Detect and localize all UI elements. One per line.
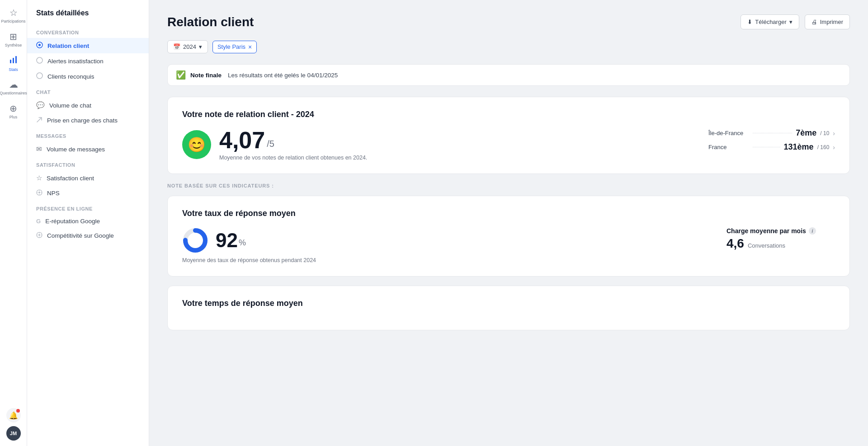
plus-label: Plus — [9, 115, 18, 120]
score-card: Votre note de relation client - 2024 😊 4… — [167, 97, 850, 174]
response-card-title: Votre taux de réponse moyen — [182, 209, 835, 218]
sidebar-item-prise-charge[interactable]: Prise en charge des chats — [27, 113, 149, 128]
satisfaction-client-label: Satisfaction client — [47, 175, 94, 182]
synthese-icon: ⊞ — [9, 31, 17, 42]
sidebar-item-satisfaction-client[interactable]: ☆ Satisfaction client — [27, 170, 149, 186]
rank-total-idf: / 10 — [820, 130, 829, 136]
donut-chart — [182, 227, 208, 254]
print-button[interactable]: 🖨 Imprimer — [805, 14, 850, 29]
rank-row-france: France 131ème / 160 › — [708, 142, 835, 152]
sidebar-section-messages: Messages — [27, 128, 149, 141]
note-bar: ✅ Note finale Les résultats ont été gelé… — [167, 64, 850, 86]
style-paris-tag[interactable]: Style Paris × — [212, 41, 257, 53]
score-right: Île-de-France 7ème / 10 › France 131ème … — [708, 128, 835, 152]
rank-arrow-france[interactable]: › — [833, 144, 835, 151]
svg-point-6 — [37, 73, 42, 79]
icon-bar-item-plus[interactable]: ⊕ Plus — [2, 100, 25, 122]
icon-bar-item-synthese[interactable]: ⊞ Synthèse — [2, 28, 25, 51]
sidebar-item-ereputation[interactable]: G E-réputation Google — [27, 214, 149, 228]
charge-value-row: 4,6 Conversations — [726, 236, 835, 251]
sidebar-item-nps[interactable]: NPS — [27, 186, 149, 201]
sidebar-item-volume-chat[interactable]: 💬 Volume de chat — [27, 98, 149, 113]
svg-point-14 — [38, 234, 40, 236]
tag-close-icon[interactable]: × — [248, 43, 252, 51]
rank-value-idf: 7ème — [796, 128, 816, 138]
score-number: 4,07 — [219, 128, 265, 152]
icon-bar-item-participations[interactable]: ☆ Participations — [2, 5, 25, 27]
sidebar-item-alertes[interactable]: Alertes insatisfaction — [27, 53, 149, 69]
participations-label: Participations — [1, 19, 25, 24]
sidebar-section-presence: Présence en ligne — [27, 201, 149, 214]
alertes-icon — [36, 57, 43, 65]
svg-point-4 — [38, 44, 41, 46]
participations-icon: ☆ — [9, 7, 18, 18]
satisfaction-client-icon: ☆ — [36, 174, 42, 182]
synthese-label: Synthèse — [5, 43, 22, 48]
icon-bar-item-questionnaires[interactable]: ☁ Questionnaires — [2, 76, 25, 99]
response-percent: 92 — [216, 230, 238, 250]
note-bar-label: Note finale — [190, 72, 222, 79]
score-left: 😊 4,07 /5 Moyenne de vos notes de relati… — [182, 128, 694, 161]
metric-row: 92 % Moyenne des taux de réponse obtenus… — [182, 227, 835, 263]
score-number-wrapper: 4,07 /5 Moyenne de vos notes de relation… — [219, 128, 367, 161]
volume-messages-icon: ✉ — [36, 145, 42, 153]
sidebar-item-clients[interactable]: Clients reconquis — [27, 69, 149, 84]
metric-value-row: 92 % — [182, 227, 712, 254]
notification-icon[interactable]: 🔔 — [6, 408, 21, 423]
sidebar-item-relation-client[interactable]: Relation client — [27, 38, 149, 53]
download-icon: ⬇ — [747, 19, 752, 25]
prise-charge-label: Prise en charge des chats — [47, 117, 118, 124]
main-content: Relation client ⬇ Télécharger ▾ 🖨 Imprim… — [149, 0, 868, 446]
metric-left: 92 % Moyenne des taux de réponse obtenus… — [182, 227, 712, 263]
year-chevron-icon: ▾ — [199, 43, 202, 50]
relation-client-icon — [36, 42, 43, 50]
year-value: 2024 — [183, 43, 196, 50]
volume-messages-label: Volume de messages — [47, 146, 105, 153]
user-avatar[interactable]: JM — [6, 426, 21, 441]
score-card-title: Votre note de relation client - 2024 — [182, 110, 835, 119]
questionnaires-label: Questionnaires — [0, 91, 27, 96]
score-row: 😊 4,07 /5 Moyenne de vos notes de relati… — [182, 128, 835, 161]
svg-rect-1 — [13, 58, 14, 63]
metric-right: Charge moyenne par mois i 4,6 Conversati… — [726, 227, 835, 251]
volume-chat-label: Volume de chat — [49, 102, 91, 109]
notification-dot — [16, 409, 20, 413]
rank-dots-idf — [753, 133, 792, 133]
svg-rect-2 — [15, 56, 17, 63]
download-button[interactable]: ⬇ Télécharger ▾ — [741, 14, 799, 29]
relation-client-label: Relation client — [47, 42, 89, 49]
charge-unit: Conversations — [748, 242, 785, 249]
response-card: Votre taux de réponse moyen 92 % — [167, 196, 850, 277]
year-filter[interactable]: 📅 2024 ▾ — [167, 40, 208, 53]
rank-dots-france — [753, 147, 780, 147]
sidebar-title: Stats détaillées — [27, 9, 149, 24]
calendar-icon: 📅 — [173, 43, 180, 50]
section-label: NOTE BASÉE SUR CES INDICATEURS : — [167, 183, 850, 188]
percent-unit: % — [239, 238, 246, 248]
rank-row-idf: Île-de-France 7ème / 10 › — [708, 128, 835, 138]
plus-icon: ⊕ — [9, 103, 17, 114]
svg-rect-0 — [10, 60, 11, 63]
sidebar-section-chat: Chat — [27, 84, 149, 98]
sidebar-item-competitivite[interactable]: Compétitivité sur Google — [27, 228, 149, 243]
note-bar-text: Les résultats ont été gelés le 04/01/202… — [228, 72, 338, 79]
filter-bar: 📅 2024 ▾ Style Paris × — [167, 40, 850, 53]
score-sub: Moyenne de vos notes de relation client … — [219, 155, 367, 161]
response-time-title: Votre temps de réponse moyen — [182, 299, 835, 308]
sidebar-item-volume-messages[interactable]: ✉ Volume de messages — [27, 141, 149, 157]
response-sub: Moyenne des taux de réponse obtenus pend… — [182, 257, 712, 263]
icon-bar: ☆ Participations ⊞ Synthèse Stats ☁ Ques… — [0, 0, 27, 446]
page-title: Relation client — [167, 15, 254, 29]
charge-value: 4,6 — [726, 236, 744, 251]
sidebar-section-conversation: Conversation — [27, 24, 149, 38]
ereputation-icon: G — [36, 218, 41, 225]
sidebar: Stats détaillées Conversation Relation c… — [27, 0, 149, 446]
icon-bar-item-stats[interactable]: Stats — [2, 52, 25, 75]
svg-point-5 — [37, 57, 42, 63]
questionnaires-icon: ☁ — [9, 79, 18, 90]
clients-label: Clients reconquis — [47, 73, 94, 80]
sidebar-section-satisfaction: Satisfaction — [27, 157, 149, 170]
rank-arrow-idf[interactable]: › — [833, 130, 835, 137]
charge-info-icon[interactable]: i — [809, 227, 816, 235]
tag-label: Style Paris — [217, 43, 245, 50]
